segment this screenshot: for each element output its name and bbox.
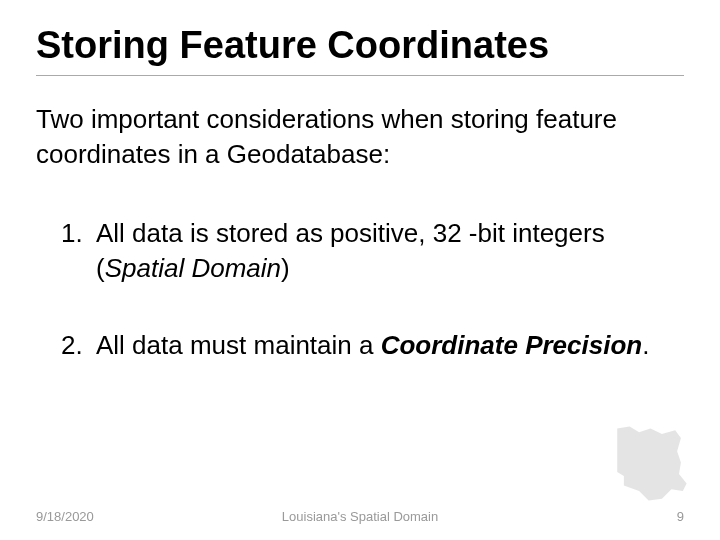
list-item: All data must maintain a Coordinate Prec… bbox=[90, 328, 684, 363]
list-item-suffix: ) bbox=[281, 253, 290, 283]
numbered-list: All data is stored as positive, 32 -bit … bbox=[36, 216, 684, 363]
footer-title: Louisiana's Spatial Domain bbox=[282, 509, 438, 524]
term-coordinate-precision: Coordinate Precision bbox=[381, 330, 643, 360]
slide-title: Storing Feature Coordinates bbox=[36, 24, 684, 76]
term-spatial-domain: Spatial Domain bbox=[105, 253, 281, 283]
footer-page-number: 9 bbox=[677, 509, 684, 524]
intro-text: Two important considerations when storin… bbox=[36, 102, 684, 172]
louisiana-watermark-icon bbox=[603, 417, 698, 512]
footer-date: 9/18/2020 bbox=[36, 509, 94, 524]
list-item: All data is stored as positive, 32 -bit … bbox=[90, 216, 684, 286]
slide-container: Storing Feature Coordinates Two importan… bbox=[0, 0, 720, 540]
slide-footer: 9/18/2020 Louisiana's Spatial Domain 9 bbox=[0, 509, 720, 524]
list-item-suffix: . bbox=[642, 330, 649, 360]
list-item-prefix: All data must maintain a bbox=[96, 330, 381, 360]
